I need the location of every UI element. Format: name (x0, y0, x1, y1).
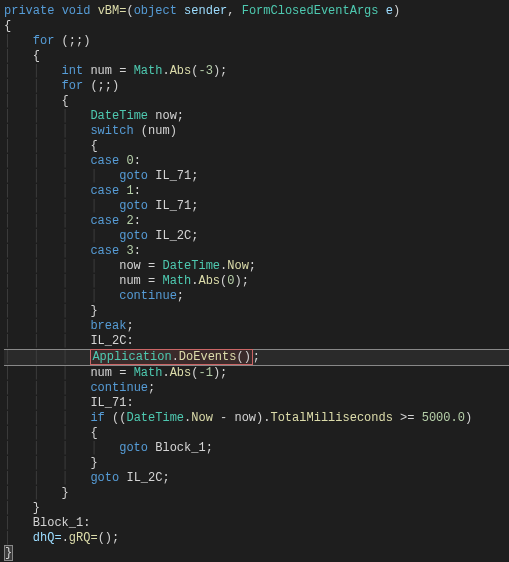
keyword-case: case (90, 184, 119, 198)
keyword-void: void (62, 4, 91, 18)
code-line: │ } (4, 501, 509, 516)
code-line: │ dhQ=.gRQ=(); (4, 531, 509, 546)
code-line: │ │ │ │ goto IL_2C; (4, 229, 509, 244)
keyword-if: if (90, 411, 104, 425)
label-il2c: IL_2C (90, 334, 126, 348)
keyword-break: break (90, 319, 126, 333)
label-il71: IL_71 (90, 396, 126, 410)
matching-brace: } (4, 545, 13, 561)
type-math: Math (134, 64, 163, 78)
keyword-goto: goto (119, 229, 148, 243)
code-line: │ │ │ case 1: (4, 184, 509, 199)
number-literal: 2 (119, 214, 133, 228)
code-line: │ │ │ { (4, 426, 509, 441)
property-now: Now (191, 411, 213, 425)
type-math: Math (162, 274, 191, 288)
code-line: │ │ │ case 3: (4, 244, 509, 259)
code-line: │ │ │ │ now = DateTime.Now; (4, 259, 509, 274)
code-line: │ │ │ IL_2C: (4, 334, 509, 349)
code-line: │ │ } (4, 486, 509, 501)
keyword-continue: continue (90, 381, 148, 395)
keyword-private: private (4, 4, 54, 18)
type-datetime: DateTime (90, 109, 148, 123)
code-line: │ │ │ if ((DateTime.Now - now).TotalMill… (4, 411, 509, 426)
highlighted-call: Application.DoEvents() (90, 349, 252, 365)
keyword-goto: goto (119, 199, 148, 213)
method-name: gRQ= (69, 531, 98, 545)
code-line: { (4, 19, 509, 34)
method-name: vBM= (98, 4, 127, 18)
type-datetime: DateTime (162, 259, 220, 273)
keyword-continue: continue (119, 289, 177, 303)
number-literal: -1 (198, 366, 212, 380)
number-literal: 3 (119, 244, 133, 258)
method-doevents: DoEvents (179, 350, 237, 364)
keyword-int: int (62, 64, 84, 78)
code-line: │ │ │ break; (4, 319, 509, 334)
code-line: │ │ │ num = Math.Abs(-1); (4, 366, 509, 381)
label-block1: Block_1 (33, 516, 83, 530)
field-name: dhQ= (33, 531, 62, 545)
keyword-case: case (90, 214, 119, 228)
number-literal: 1 (119, 184, 133, 198)
code-line: │ │ │ case 0: (4, 154, 509, 169)
code-line: │ │ │ │ goto Block_1; (4, 441, 509, 456)
code-line: │ │ │ continue; (4, 381, 509, 396)
parameter: sender (184, 4, 227, 18)
code-line: │ │ │ case 2: (4, 214, 509, 229)
method-abs: Abs (198, 274, 220, 288)
parameter: e (386, 4, 393, 18)
code-line: │ │ │ switch (num) (4, 124, 509, 139)
type-datetime: DateTime (126, 411, 184, 425)
code-line: │ │ │ { (4, 139, 509, 154)
code-line: private void vBM=(object sender, FormClo… (4, 4, 509, 19)
code-line: │ │ │ │ num = Math.Abs(0); (4, 274, 509, 289)
code-line: │ │ │ goto IL_2C; (4, 471, 509, 486)
code-line: │ │ int num = Math.Abs(-3); (4, 64, 509, 79)
current-line: │ │ │ Application.DoEvents(); (4, 349, 509, 366)
method-abs: Abs (170, 366, 192, 380)
keyword-object: object (134, 4, 177, 18)
type-math: Math (134, 366, 163, 380)
code-line: │ │ │ } (4, 456, 509, 471)
code-line: │ Block_1: (4, 516, 509, 531)
type-name: FormClosedEventArgs (242, 4, 379, 18)
code-line: │ │ │ } (4, 304, 509, 319)
type-application: Application (92, 350, 171, 364)
keyword-for: for (33, 34, 55, 48)
keyword-case: case (90, 154, 119, 168)
code-line: │ │ │ DateTime now; (4, 109, 509, 124)
code-line: │ for (;;) (4, 34, 509, 49)
property-totalms: TotalMilliseconds (270, 411, 392, 425)
keyword-switch: switch (90, 124, 133, 138)
keyword-case: case (90, 244, 119, 258)
code-editor[interactable]: private void vBM=(object sender, FormClo… (4, 4, 509, 561)
code-line: │ │ { (4, 94, 509, 109)
code-line: │ │ │ │ goto IL_71; (4, 199, 509, 214)
number-literal: -3 (198, 64, 212, 78)
property-now: Now (227, 259, 249, 273)
keyword-goto: goto (119, 441, 148, 455)
code-line: │ │ │ │ continue; (4, 289, 509, 304)
code-line: │ │ │ IL_71: (4, 396, 509, 411)
keyword-goto: goto (119, 169, 148, 183)
code-line: } (4, 546, 509, 561)
code-line: │ │ for (;;) (4, 79, 509, 94)
number-literal: 0 (119, 154, 133, 168)
code-line: │ │ │ │ goto IL_71; (4, 169, 509, 184)
method-abs: Abs (170, 64, 192, 78)
code-line: │ { (4, 49, 509, 64)
number-literal: 5000.0 (422, 411, 465, 425)
keyword-goto: goto (90, 471, 119, 485)
keyword-for: for (62, 79, 84, 93)
